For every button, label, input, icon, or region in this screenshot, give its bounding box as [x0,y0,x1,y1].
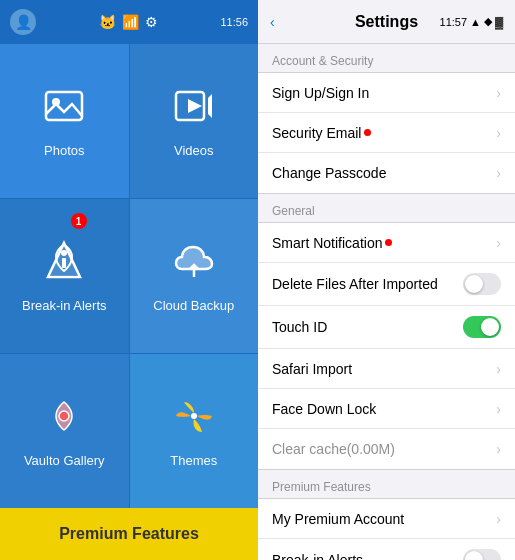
signup-label: Sign Up/Sign In [272,85,369,101]
status-icons-right: 11:57 ▲ ◆ ▓ [440,15,503,28]
row-premium-account[interactable]: My Premium Account › [258,499,515,539]
toggle-knob-touchid [481,318,499,336]
photos-label: Photos [44,143,84,158]
clear-cache-label: Clear cache(0.00M) [272,441,395,457]
svg-marker-4 [188,99,202,113]
themes-label: Themes [170,453,217,468]
toggle-knob-breakin [465,551,483,560]
grid-cell-themes[interactable]: Themes [130,354,259,508]
gallery-label: Vaulto Gallery [24,453,105,468]
grid-cell-videos[interactable]: Videos [130,44,259,198]
section-header-account: Account & Security [258,44,515,72]
settings-group-account: Sign Up/Sign In › Security Email › Chang… [258,72,515,194]
chevron-signup: › [496,85,501,101]
row-smart-notification[interactable]: Smart Notification › [258,223,515,263]
gallery-icon [42,394,86,447]
grid-cell-gallery[interactable]: Vaulto Gallery [0,354,129,508]
toggle-knob [465,275,483,293]
svg-point-5 [61,250,67,256]
app-grid: Photos Videos 1 [0,44,258,508]
right-panel: ‹ Settings 11:57 ▲ ◆ ▓ Account & Securit… [258,0,515,560]
section-header-general: General [258,194,515,222]
time-left: 11:56 [220,16,248,28]
settings-icon[interactable]: ⚙ [145,14,158,30]
premium-account-label: My Premium Account [272,511,404,527]
cloud-icon [172,239,216,292]
chevron-left-icon: ‹ [270,14,275,30]
chevron-passcode: › [496,165,501,181]
grid-cell-cloud[interactable]: Cloud Backup [130,199,259,353]
row-safari[interactable]: Safari Import › [258,349,515,389]
svg-marker-3 [208,94,212,118]
row-delete-files: Delete Files After Imported [258,263,515,306]
toggle-delete-files[interactable] [463,273,501,295]
back-button[interactable]: ‹ [270,14,275,30]
red-dot-notif [385,239,392,246]
smart-notification-label: Smart Notification [272,235,392,251]
red-dot-email [364,129,371,136]
premium-bar[interactable]: Premium Features [0,508,258,560]
svg-rect-0 [46,92,82,120]
delete-files-label: Delete Files After Imported [272,276,438,292]
status-icons-left: 11:56 [220,16,248,28]
settings-list: Account & Security Sign Up/Sign In › Sec… [258,44,515,560]
photos-icon [42,84,86,137]
breakin-label: Break-in Alerts [22,298,107,313]
cloud-label: Cloud Backup [153,298,234,313]
settings-group-premium: My Premium Account › Break-in Alerts Sec… [258,498,515,560]
wifi-icon: 📶 [122,14,139,30]
security-email-label: Security Email [272,125,371,141]
left-panel: 👤 🐱 📶 ⚙ 11:56 Photos [0,0,258,560]
chevron-email: › [496,125,501,141]
time-right: 11:57 [440,16,468,28]
breakin-icon [42,239,86,292]
row-touch-id: Touch ID [258,306,515,349]
chevron-notif: › [496,235,501,251]
videos-icon [172,84,216,137]
badge-breakin: 1 [71,213,87,229]
row-breakin-alerts: Break-in Alerts [258,539,515,560]
row-change-passcode[interactable]: Change Passcode › [258,153,515,193]
face-down-label: Face Down Lock [272,401,376,417]
row-face-down[interactable]: Face Down Lock › [258,389,515,429]
section-header-premium: Premium Features [258,470,515,498]
left-header: 👤 🐱 📶 ⚙ 11:56 [0,0,258,44]
svg-rect-6 [62,258,66,268]
svg-point-8 [59,411,69,421]
toggle-touch-id[interactable] [463,316,501,338]
safari-label: Safari Import [272,361,352,377]
settings-group-general: Smart Notification › Delete Files After … [258,222,515,470]
chevron-premium-account: › [496,511,501,527]
touch-id-label: Touch ID [272,319,327,335]
row-signup[interactable]: Sign Up/Sign In › [258,73,515,113]
row-security-email[interactable]: Security Email › [258,113,515,153]
themes-icon [172,394,216,447]
breakin-alerts-label: Break-in Alerts [272,552,363,560]
row-clear-cache[interactable]: Clear cache(0.00M) › [258,429,515,469]
chevron-safari: › [496,361,501,377]
wifi-icon-right: ◆ [484,15,492,28]
avatar: 👤 [10,9,36,35]
premium-label: Premium Features [59,525,199,543]
videos-label: Videos [174,143,214,158]
header-icons: 🐱 📶 ⚙ [99,14,158,30]
signal-icon: ▲ [470,16,481,28]
chevron-face-down: › [496,401,501,417]
settings-title: Settings [355,13,418,31]
toggle-breakin[interactable] [463,549,501,560]
svg-point-9 [191,413,197,419]
right-header: ‹ Settings 11:57 ▲ ◆ ▓ [258,0,515,44]
cat-icon: 🐱 [99,14,116,30]
grid-cell-breakin[interactable]: 1 Break-in Alerts [0,199,129,353]
battery-icon: ▓ [495,16,503,28]
passcode-label: Change Passcode [272,165,386,181]
grid-cell-photos[interactable]: Photos [0,44,129,198]
chevron-cache: › [496,441,501,457]
